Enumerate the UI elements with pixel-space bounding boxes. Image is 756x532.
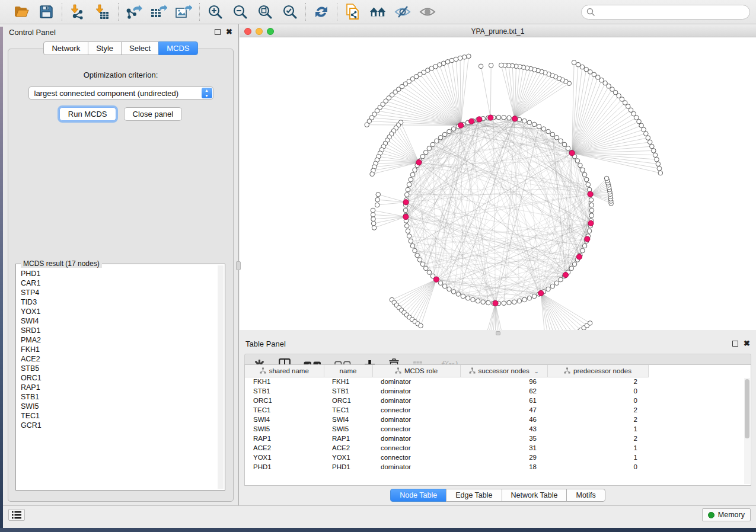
column-header-predecessor-nodes[interactable]: predecessor nodes [547,365,648,377]
list-item[interactable]: ACE2 [21,354,218,364]
table-row[interactable]: STB1STB1dominator620 [245,386,648,396]
table-cell[interactable]: FKH1 [324,377,372,386]
table-row[interactable]: ORC1ORC1dominator610 [245,396,648,405]
list-item[interactable]: SWI5 [21,402,218,411]
table-row[interactable]: FKH1FKH1dominator962 [245,377,648,386]
table-cell[interactable]: TEC1 [245,405,324,415]
table-cell[interactable]: 2 [547,377,648,386]
zoom-in-icon[interactable] [207,4,224,20]
table-cell[interactable]: 35 [460,434,547,443]
clone-network-icon[interactable] [344,4,361,20]
run-mcds-button[interactable]: Run MCDS [59,107,116,121]
float-panel-icon[interactable] [215,29,221,35]
table-cell[interactable]: ACE2 [324,443,372,453]
tab-network[interactable]: Network [43,41,88,55]
import-table-icon[interactable] [94,4,111,20]
table-cell[interactable]: 0 [547,462,648,472]
close-panel-icon[interactable]: ✖ [226,29,232,35]
list-item[interactable]: CAR1 [21,278,218,288]
list-item[interactable]: FKH1 [21,345,218,354]
column-header-shared-name[interactable]: shared name [245,365,324,377]
tab-select[interactable]: Select [121,41,159,55]
table-cell[interactable]: YOX1 [324,453,372,462]
table-cell[interactable]: dominator [372,415,460,424]
table-cell[interactable]: 61 [460,396,547,405]
table-row[interactable]: SWI5SWI5connector431 [245,424,648,434]
tab-edge-table[interactable]: Edge Table [446,489,502,502]
list-item[interactable]: STB5 [21,364,218,373]
tab-node-table[interactable]: Node Table [390,489,446,502]
table-cell[interactable]: PHD1 [324,462,372,472]
memory-button[interactable]: Memory [702,508,751,521]
export-table-icon[interactable] [151,4,167,20]
table-cell[interactable]: SWI5 [324,424,372,434]
table-cell[interactable]: YOX1 [245,453,324,462]
table-scrollbar[interactable] [744,378,750,484]
table-cell[interactable]: 47 [460,405,547,415]
close-table-panel-icon[interactable]: ✖ [744,341,750,347]
save-session-icon[interactable] [38,4,55,20]
list-item[interactable]: TEC1 [21,411,218,421]
splitter-handle-icon[interactable] [496,331,500,335]
zoom-out-icon[interactable] [232,4,248,20]
list-item[interactable]: RAP1 [21,383,218,392]
table-cell[interactable]: dominator [372,386,460,396]
table-cell[interactable]: 29 [460,453,547,462]
table-cell[interactable]: 31 [460,443,547,453]
hide-graphics-details-icon[interactable] [394,4,411,20]
table-cell[interactable]: dominator [372,434,460,443]
network-canvas-svg[interactable] [240,37,756,330]
optimization-criterion-select[interactable]: largest connected component (undirected)… [28,86,213,100]
table-cell[interactable]: dominator [372,377,460,386]
table-cell[interactable]: 2 [547,405,648,415]
table-cell[interactable]: dominator [372,462,460,472]
table-cell[interactable]: STB1 [245,386,324,396]
list-item[interactable]: PHD1 [21,269,218,278]
list-item[interactable]: SWI4 [21,316,218,326]
column-header-successor-nodes[interactable]: successor nodes⌄ [460,365,547,377]
table-row[interactable]: ACE2ACE2connector311 [245,443,648,453]
table-cell[interactable]: STB1 [324,386,372,396]
zoom-fit-icon[interactable] [257,4,273,20]
table-cell[interactable]: 62 [460,386,547,396]
list-item[interactable]: STB1 [21,392,218,402]
tab-style[interactable]: Style [88,41,122,55]
panel-list-button[interactable] [8,509,25,521]
close-panel-button[interactable]: Close panel [124,107,183,121]
tab-motifs[interactable]: Motifs [566,489,605,502]
table-cell[interactable]: PHD1 [245,462,324,472]
column-header-MCDS-role[interactable]: MCDS role [372,365,460,377]
list-item[interactable]: GCR1 [21,421,218,430]
table-cell[interactable]: 1 [547,443,648,453]
import-network-icon[interactable] [69,4,86,20]
export-image-icon[interactable] [176,4,192,20]
node-table[interactable]: shared namenameMCDS rolesuccessor nodes⌄… [245,365,649,472]
table-cell[interactable]: connector [372,405,460,415]
table-cell[interactable]: SWI4 [245,415,324,424]
vertical-splitter-handle[interactable] [236,261,241,270]
table-row[interactable]: TEC1TEC1connector472 [245,405,648,415]
list-item[interactable]: PMA2 [21,335,218,345]
list-item[interactable]: SRD1 [21,326,218,335]
table-cell[interactable]: 18 [460,462,547,472]
table-cell[interactable]: 1 [547,424,648,434]
mcds-result-list[interactable]: PHD1CAR1STP4TID3YOX1SWI4SRD1PMA2FKH1ACE2… [21,269,218,488]
table-cell[interactable]: TEC1 [324,405,372,415]
table-cell[interactable]: 96 [460,377,547,386]
table-row[interactable]: RAP1RAP1dominator352 [245,434,648,443]
table-scroll-thumb[interactable] [745,379,749,438]
search-input[interactable] [581,5,750,20]
list-item[interactable]: TID3 [21,297,218,307]
table-cell[interactable]: 43 [460,424,547,434]
table-cell[interactable]: 0 [547,386,648,396]
refresh-view-icon[interactable] [313,4,330,20]
horizontal-splitter[interactable] [240,330,756,336]
table-row[interactable]: PHD1PHD1dominator180 [245,462,648,472]
table-cell[interactable]: SWI5 [245,424,324,434]
table-cell[interactable]: ORC1 [324,396,372,405]
table-cell[interactable]: 1 [547,453,648,462]
list-item[interactable]: STP4 [21,288,218,297]
tab-network-table[interactable]: Network Table [502,489,567,502]
table-row[interactable]: YOX1YOX1connector291 [245,453,648,462]
first-neighbors-icon[interactable] [369,4,386,20]
